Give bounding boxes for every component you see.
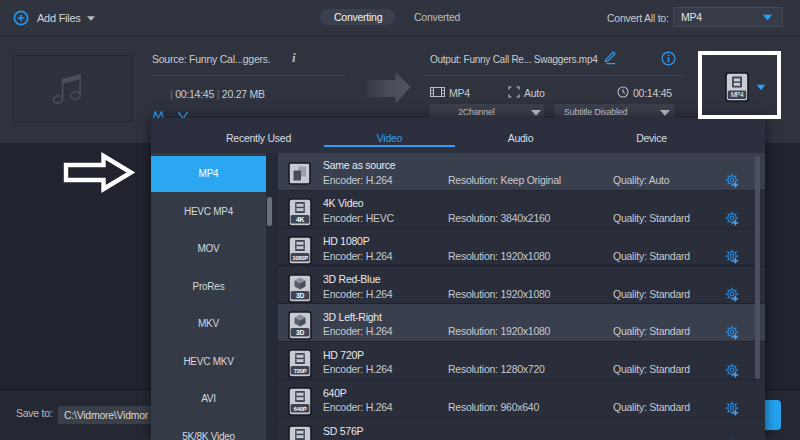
svg-text:720P: 720P <box>293 368 306 374</box>
svg-text:4K: 4K <box>295 215 304 222</box>
svg-text:3D: 3D <box>295 291 304 298</box>
svg-text:1080P: 1080P <box>292 254 308 260</box>
svg-text:640P: 640P <box>293 406 306 412</box>
svg-text:3D: 3D <box>295 329 304 336</box>
